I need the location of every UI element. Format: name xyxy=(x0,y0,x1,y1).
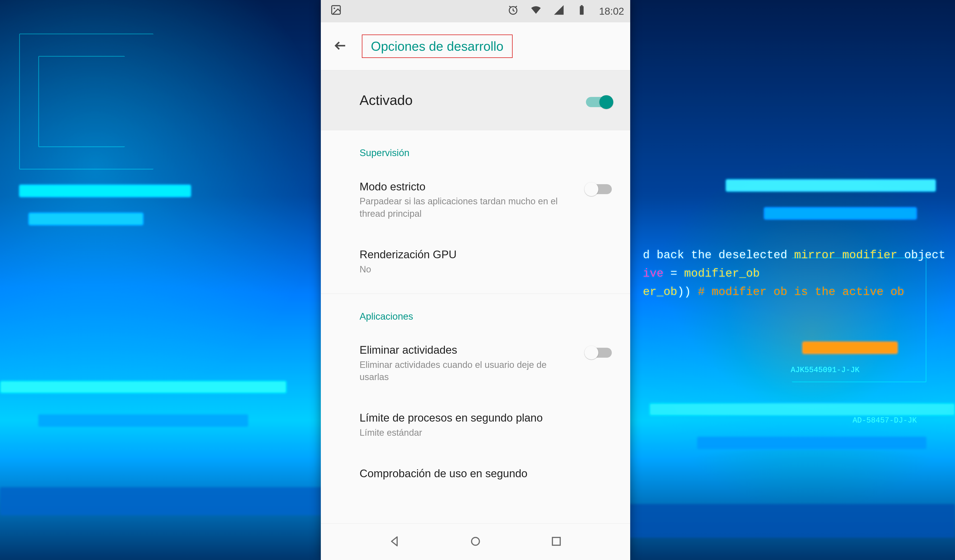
alarm-icon xyxy=(507,4,519,18)
section-supervision: Supervisión xyxy=(321,130,630,166)
item-title: Comprobación de uso en segundo xyxy=(360,467,612,480)
svg-rect-6 xyxy=(553,537,560,545)
item-desc: Límite estándar xyxy=(360,426,612,439)
status-bar: 18:02 xyxy=(321,0,630,22)
item-title: Eliminar actividades xyxy=(360,344,576,356)
wallpaper-serial-2: AD-58457-DJ-JK xyxy=(853,414,917,426)
cell-signal-icon xyxy=(553,4,565,18)
master-toggle-label: Activado xyxy=(360,92,413,108)
wifi-icon xyxy=(530,4,542,18)
svg-rect-4 xyxy=(581,5,583,6)
strict-mode-switch[interactable] xyxy=(586,184,612,194)
app-bar: Opciones de desarrollo xyxy=(321,22,630,70)
item-title: Renderización GPU xyxy=(360,248,612,261)
settings-list[interactable]: Activado Supervisión Modo estricto Parpa… xyxy=(321,70,630,524)
title-highlight-box: Opciones de desarrollo xyxy=(362,34,513,58)
nav-home-button[interactable] xyxy=(469,535,482,549)
item-kill-activities[interactable]: Eliminar actividades Eliminar actividade… xyxy=(321,329,630,398)
item-bg-process-limit[interactable]: Límite de procesos en segundo plano Lími… xyxy=(321,398,630,453)
item-bg-usage-check[interactable]: Comprobación de uso en segundo xyxy=(321,453,630,482)
item-title: Límite de procesos en segundo plano xyxy=(360,412,612,424)
item-title: Modo estricto xyxy=(360,181,576,193)
phone-frame: 18:02 Opciones de desarrollo Activado Su… xyxy=(321,0,630,560)
master-toggle-row[interactable]: Activado xyxy=(321,70,630,131)
back-button[interactable] xyxy=(333,39,348,54)
kill-activities-switch[interactable] xyxy=(586,348,612,358)
nav-back-button[interactable] xyxy=(388,535,402,549)
battery-icon xyxy=(576,4,587,18)
wallpaper-serial-1: AJK5545091-J-JK xyxy=(791,364,860,376)
item-desc: Eliminar actividades cuando el usuario d… xyxy=(360,359,576,383)
item-desc: No xyxy=(360,263,612,275)
nav-recent-button[interactable] xyxy=(550,535,563,549)
item-strict-mode[interactable]: Modo estricto Parpadear si las aplicacio… xyxy=(321,166,630,234)
navigation-bar xyxy=(321,524,630,560)
svg-rect-3 xyxy=(580,6,584,15)
wallpaper-code-text: d back the deselected mirror modifier ob… xyxy=(643,246,946,301)
section-apps: Aplicaciones xyxy=(321,294,630,329)
item-gpu-render[interactable]: Renderización GPU No xyxy=(321,234,630,290)
svg-point-1 xyxy=(333,8,335,9)
status-clock: 18:02 xyxy=(599,5,624,17)
master-toggle-switch[interactable] xyxy=(586,97,612,107)
page-title: Opciones de desarrollo xyxy=(371,39,503,53)
svg-point-5 xyxy=(472,537,479,545)
item-desc: Parpadear si las aplicaciones tardan muc… xyxy=(360,195,576,220)
image-notification-icon xyxy=(330,4,342,18)
